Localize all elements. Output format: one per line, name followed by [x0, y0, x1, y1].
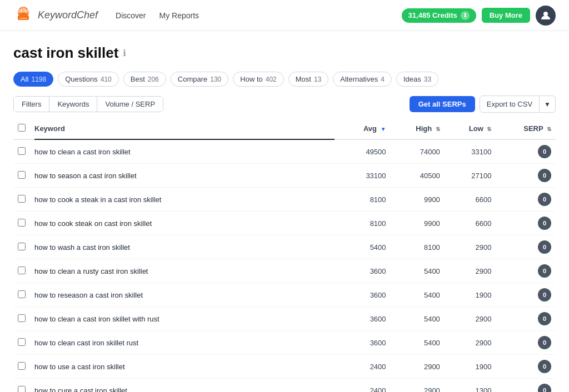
nav-my-reports[interactable]: My Reports [159, 11, 199, 20]
row-checkbox[interactable] [18, 290, 26, 298]
row-checkbox-cell [13, 164, 30, 188]
keyword-link[interactable]: how to clean a cast iron skillet [34, 148, 131, 156]
svg-point-4 [24, 9, 29, 13]
column-header-low[interactable]: Low ⇅ [445, 118, 496, 139]
row-checkbox[interactable] [18, 386, 26, 393]
keywords-button[interactable]: Keywords [49, 97, 97, 112]
serp-cell: 0 [496, 235, 556, 259]
filter-tab-alternatives[interactable]: Alternatives 4 [333, 72, 392, 87]
serp-badge: 0 [538, 360, 551, 373]
keyword-link[interactable]: how to cook a steak in a cast iron skill… [34, 195, 161, 204]
row-checkbox[interactable] [18, 267, 26, 274]
low-cell: 2900 [445, 307, 496, 331]
row-checkbox-cell [13, 212, 30, 235]
serp-cell: 0 [496, 379, 556, 393]
row-checkbox[interactable] [18, 219, 26, 227]
keyword-link[interactable]: how to season a cast iron skillet [34, 172, 137, 180]
keyword-cell: how to season a cast iron skillet [30, 164, 339, 188]
column-header-keyword[interactable]: Keyword [30, 118, 339, 139]
filter-tab-label: Compare [178, 75, 207, 83]
keyword-link[interactable]: how to clean a cast iron skillet with ru… [34, 315, 159, 323]
filter-tab-count: 1198 [31, 76, 46, 83]
serp-cell: 0 [496, 307, 556, 331]
filter-tab-questions[interactable]: Questions 410 [58, 72, 119, 87]
row-checkbox[interactable] [18, 171, 26, 179]
filter-tab-count: 130 [210, 76, 221, 83]
low-cell: 1300 [445, 379, 496, 393]
keyword-link[interactable]: how to cure a cast iron skillet [34, 386, 127, 393]
serp-badge: 0 [538, 336, 551, 349]
row-checkbox[interactable] [18, 147, 26, 155]
export-csv-button[interactable]: Export to CSV [480, 96, 540, 113]
column-header-serp[interactable]: SERP ⇅ [496, 118, 556, 139]
get-serps-button[interactable]: Get all SERPs [410, 96, 475, 112]
row-checkbox[interactable] [18, 314, 26, 322]
avg-cell: 3600 [339, 307, 391, 331]
keyword-link[interactable]: how to reseason a cast iron skillet [34, 291, 143, 299]
filters-button[interactable]: Filters [14, 97, 49, 112]
filter-tab-count: 410 [101, 76, 112, 83]
avatar-button[interactable] [536, 6, 556, 26]
avg-cell: 3600 [339, 283, 391, 307]
filter-tab-all[interactable]: All 1198 [13, 72, 53, 87]
credits-amount: 31,485 Credits [408, 11, 457, 19]
row-checkbox[interactable] [18, 195, 26, 203]
row-checkbox[interactable] [18, 362, 26, 370]
keyword-link[interactable]: how to use a cast iron skillet [34, 363, 125, 371]
export-group: Export to CSV ▼ [480, 96, 556, 113]
row-checkbox-cell [13, 307, 30, 331]
avg-cell: 3600 [339, 331, 391, 355]
low-cell: 2900 [445, 331, 496, 355]
column-header-avg[interactable]: Avg ▼ [339, 118, 391, 139]
column-header-high[interactable]: High ⇅ [391, 118, 445, 139]
volume-serp-button[interactable]: Volume / SERP [97, 97, 163, 112]
serp-cell: 0 [496, 212, 556, 235]
main-content: cast iron skillet ℹ All 1198Questions 41… [0, 31, 569, 392]
avg-cell: 33100 [339, 164, 391, 188]
filter-tab-compare[interactable]: Compare 130 [171, 72, 229, 87]
credits-info-icon[interactable]: ℹ [461, 11, 470, 20]
low-cell: 2900 [445, 259, 496, 283]
row-checkbox-cell [13, 355, 30, 379]
credits-badge: 31,485 Credits ℹ [402, 8, 476, 23]
serp-cell: 0 [496, 355, 556, 379]
row-checkbox[interactable] [18, 338, 26, 346]
select-all-checkbox[interactable] [18, 124, 26, 132]
table-row: how to cure a cast iron skillet 2400 290… [13, 379, 556, 393]
high-cell: 5400 [391, 331, 445, 355]
row-checkbox-cell [13, 283, 30, 307]
avg-cell: 3600 [339, 259, 391, 283]
filter-tab-most[interactable]: Most 13 [288, 72, 329, 87]
keyword-link[interactable]: how to clean a rusty cast iron skillet [34, 267, 148, 275]
nav-discover[interactable]: Discover [116, 11, 146, 20]
avg-cell: 49500 [339, 139, 391, 164]
export-dropdown-button[interactable]: ▼ [540, 96, 556, 113]
filter-tab-best[interactable]: Best 206 [123, 72, 166, 87]
low-cell: 6600 [445, 212, 496, 235]
filter-tab-count: 13 [314, 76, 321, 83]
keyword-cell: how to cure a cast iron skillet [30, 379, 339, 393]
buy-more-button[interactable]: Buy More [482, 8, 530, 23]
row-checkbox[interactable] [18, 243, 26, 250]
keyword-link[interactable]: how to cook steak on cast iron skillet [34, 219, 152, 228]
row-checkbox-cell [13, 331, 30, 355]
keyword-cell: how to wash a cast iron skillet [30, 235, 339, 259]
high-cell: 74000 [391, 139, 445, 164]
row-checkbox-cell [13, 379, 30, 393]
low-sort-icon: ⇅ [487, 126, 491, 132]
high-cell: 5400 [391, 283, 445, 307]
avg-cell: 2400 [339, 355, 391, 379]
row-checkbox-cell [13, 235, 30, 259]
filter-tabs: All 1198Questions 410Best 206Compare 130… [13, 72, 556, 87]
keyword-link[interactable]: how to clean cast iron skillet rust [34, 339, 138, 347]
keyword-link[interactable]: how to wash a cast iron skillet [34, 243, 130, 252]
serp-cell: 0 [496, 164, 556, 188]
filter-tab-ideas[interactable]: Ideas 33 [396, 72, 438, 87]
keyword-cell: how to clean a cast iron skillet [30, 139, 339, 164]
filter-tab-how-to[interactable]: How to 402 [233, 72, 284, 87]
high-cell: 5400 [391, 259, 445, 283]
keyword-table: Keyword Avg ▼ High ⇅ Low ⇅ SERP ⇅ [13, 118, 556, 392]
serp-badge: 0 [538, 312, 551, 325]
page-info-icon[interactable]: ℹ [123, 48, 126, 58]
low-cell: 1900 [445, 355, 496, 379]
